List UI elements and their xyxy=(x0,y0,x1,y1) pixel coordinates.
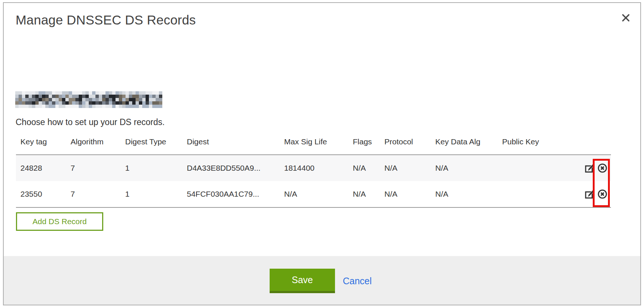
column-header-digest-type: Digest Type xyxy=(125,137,187,146)
cell-flags: N/A xyxy=(353,190,384,199)
cell-digest: D4A33E8DD550A9... xyxy=(187,164,284,173)
cell-max-sig-life: 1814400 xyxy=(284,164,353,173)
cell-digest: 54FCF030AA1C79... xyxy=(187,190,284,199)
table-header-row: Key tag Algorithm Digest Type Digest Max… xyxy=(16,137,611,146)
cell-key-tag: 23550 xyxy=(20,190,71,199)
dialog-subtitle: Choose how to set up your DS records. xyxy=(16,117,165,127)
edit-icon[interactable] xyxy=(584,189,595,200)
cell-algorithm: 7 xyxy=(71,190,125,199)
cell-max-sig-life: N/A xyxy=(284,190,353,199)
redacted-domain-name xyxy=(15,91,162,108)
cancel-link[interactable]: Cancel xyxy=(343,276,372,286)
dialog-footer: Save Cancel xyxy=(4,256,640,305)
cell-algorithm: 7 xyxy=(71,164,125,173)
table-row: 23550 7 1 54FCF030AA1C79... N/A N/A N/A … xyxy=(16,181,611,207)
cell-protocol: N/A xyxy=(384,164,435,173)
column-header-public-key: Public Key xyxy=(502,137,579,146)
cell-key-tag: 24828 xyxy=(20,164,71,173)
column-header-max-sig-life: Max Sig Life xyxy=(284,137,353,146)
save-button[interactable]: Save xyxy=(270,269,335,293)
delete-x-icon[interactable] xyxy=(597,189,608,200)
delete-x-icon[interactable] xyxy=(597,163,608,174)
column-header-key-data-alg: Key Data Alg xyxy=(435,137,502,146)
cell-key-data-alg: N/A xyxy=(435,164,502,173)
cell-protocol: N/A xyxy=(384,190,435,199)
column-header-key-tag: Key tag xyxy=(20,137,71,146)
ds-records-table: Key tag Algorithm Digest Type Digest Max… xyxy=(16,137,611,208)
column-header-protocol: Protocol xyxy=(384,137,435,146)
column-header-digest: Digest xyxy=(187,137,284,146)
dialog-title: Manage DNSSEC DS Records xyxy=(16,13,196,27)
cell-flags: N/A xyxy=(353,164,384,173)
column-header-flags: Flags xyxy=(353,137,384,146)
table-row: 24828 7 1 D4A33E8DD550A9... 1814400 N/A … xyxy=(16,155,611,181)
cell-key-data-alg: N/A xyxy=(435,190,502,199)
column-header-algorithm: Algorithm xyxy=(71,137,125,146)
close-icon[interactable] xyxy=(619,12,632,24)
cell-digest-type: 1 xyxy=(125,164,187,173)
table-body: 24828 7 1 D4A33E8DD550A9... 1814400 N/A … xyxy=(16,154,611,208)
cell-digest-type: 1 xyxy=(125,190,187,199)
add-ds-record-button[interactable]: Add DS Record xyxy=(16,212,103,231)
edit-icon[interactable] xyxy=(584,163,595,174)
manage-dnssec-ds-records-dialog: Manage DNSSEC DS Records Choose how to s… xyxy=(3,2,641,305)
